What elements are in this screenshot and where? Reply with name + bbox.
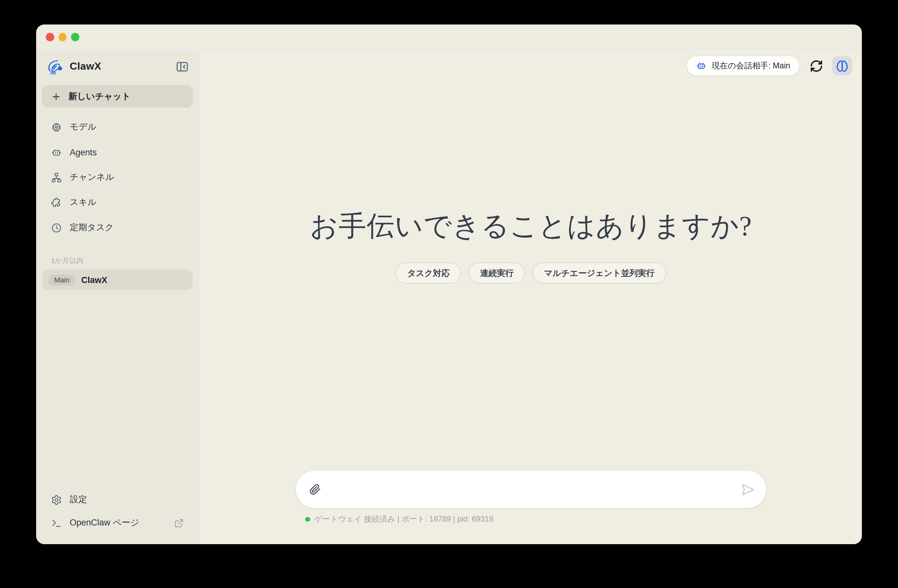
chat-main: 現在の会話相手: Main — [200, 50, 862, 544]
puzzle-icon — [51, 197, 62, 208]
clock-icon — [51, 222, 62, 233]
network-icon — [51, 172, 62, 183]
sidebar-menu: モデル Agents — [42, 115, 193, 239]
external-link-icon — [174, 518, 184, 528]
history-item-title: ClawX — [81, 275, 108, 285]
sidebar-item-channels[interactable]: チャンネル — [42, 166, 193, 189]
window-titlebar — [36, 25, 862, 50]
sidebar-item-label: Agents — [70, 147, 97, 157]
hero-section: お手伝いできることはありますか? タスク対応 連続実行 マルチエージェント並列実… — [200, 212, 862, 284]
terminal-icon — [51, 517, 62, 528]
gear-icon — [51, 494, 62, 505]
suggestion-task-button[interactable]: タスク対応 — [396, 263, 461, 284]
suggestion-multi-agent-button[interactable]: マルチエージェント並列実行 — [532, 263, 666, 284]
paperclip-icon — [309, 484, 321, 495]
sidebar-collapse-button[interactable] — [174, 59, 190, 74]
sidebar-item-agents[interactable]: Agents — [42, 141, 193, 164]
sidebar-item-label: 設定 — [70, 494, 87, 505]
suggestion-continuous-run-button[interactable]: 連続実行 — [468, 263, 525, 284]
sidebar: ClawX 新しいチャット — [36, 50, 199, 544]
cpu-icon — [51, 121, 62, 132]
close-window-button[interactable] — [46, 33, 54, 41]
new-chat-button[interactable]: 新しいチャット — [42, 85, 193, 107]
refresh-icon — [809, 59, 823, 72]
current-partner-button[interactable]: 現在の会話相手: Main — [686, 55, 800, 76]
gateway-status-text: ゲートウェイ 接続済み | ポート: 18789 | pid: 69319 — [315, 514, 494, 525]
sidebar-item-label: モデル — [70, 121, 97, 133]
robot-icon — [51, 147, 62, 158]
new-chat-label: 新しいチャット — [68, 91, 131, 102]
desktop-background: ClawX 新しいチャット — [0, 0, 898, 588]
top-controls: 現在の会話相手: Main — [686, 55, 852, 76]
sidebar-item-settings[interactable]: 設定 — [42, 488, 193, 511]
sidebar-item-label: チャンネル — [70, 172, 114, 183]
sidebar-header: ClawX — [42, 56, 193, 77]
app-title: ClawX — [70, 61, 168, 72]
status-connected-dot — [305, 517, 310, 522]
main-badge: Main — [48, 274, 75, 285]
plus-icon — [51, 91, 61, 101]
minimize-window-button[interactable] — [58, 33, 66, 41]
message-input[interactable] — [323, 471, 739, 508]
sidebar-item-label: スキル — [70, 197, 97, 208]
app-window: ClawX 新しいチャット — [36, 25, 862, 544]
sidebar-item-models[interactable]: モデル — [42, 115, 193, 139]
greeting-heading: お手伝いできることはありますか? — [200, 212, 862, 241]
history-section-label: 1か月以内 — [42, 256, 193, 266]
composer — [296, 471, 766, 508]
brain-icon — [836, 60, 848, 72]
sidebar-item-scheduled-tasks[interactable]: 定期タスク — [42, 216, 193, 239]
history-item-clawx[interactable]: Main ClawX — [42, 270, 193, 290]
attach-button[interactable] — [308, 482, 323, 497]
send-button[interactable] — [739, 481, 756, 498]
sidebar-item-label: 定期タスク — [70, 222, 114, 233]
gateway-statusbar: ゲートウェイ 接続済み | ポート: 18789 | pid: 69319 — [305, 514, 494, 525]
sidebar-item-openclaw-page[interactable]: OpenClaw ページ — [42, 511, 193, 534]
refresh-button[interactable] — [808, 58, 824, 74]
send-icon — [741, 483, 754, 496]
zoom-window-button[interactable] — [71, 33, 79, 41]
panel-collapse-icon — [175, 60, 189, 73]
lobster-logo-icon — [46, 58, 64, 75]
sidebar-item-skills[interactable]: スキル — [42, 191, 193, 214]
sidebar-item-label: OpenClaw ページ — [70, 517, 139, 529]
robot-icon — [696, 61, 706, 71]
brain-mode-button[interactable] — [832, 56, 852, 75]
traffic-lights — [46, 33, 79, 41]
current-partner-label: 現在の会話相手: Main — [712, 60, 790, 71]
suggestion-pills: タスク対応 連続実行 マルチエージェント並列実行 — [200, 263, 862, 284]
